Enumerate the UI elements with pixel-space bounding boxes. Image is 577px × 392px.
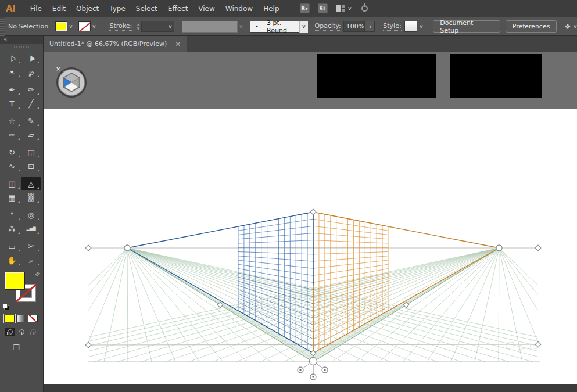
ground-extent-handle-right[interactable] (535, 341, 541, 347)
brush-chevron-icon[interactable]: ∨ (299, 21, 308, 33)
draw-inside-button[interactable] (28, 328, 38, 336)
direct-selection-tool[interactable]: ▶ (21, 51, 41, 65)
pencil-tool[interactable]: ✏ (2, 128, 21, 142)
style-label[interactable]: Style: (383, 22, 401, 31)
tools-panel-grip[interactable] (14, 46, 29, 48)
lasso-tool[interactable]: ℘ (21, 65, 41, 79)
artboard-tool[interactable]: ▭ (2, 239, 21, 253)
document-setup-button[interactable]: Document Setup (433, 20, 500, 33)
scale-tool[interactable]: ◱ (21, 145, 41, 159)
menu-item-view[interactable]: View (193, 5, 220, 13)
right-vanishing-point-handle[interactable] (496, 245, 502, 251)
stroke-chevron-icon[interactable]: ∨ (91, 24, 98, 29)
curvature-tool[interactable]: ✑ (21, 82, 41, 96)
menu-item-edit[interactable]: Edit (47, 5, 71, 13)
style-swatch[interactable] (404, 21, 418, 32)
shape-builder-tool[interactable]: ◫ (2, 177, 21, 190)
opacity-expand-button[interactable]: › (365, 21, 375, 32)
gradient-button[interactable] (16, 315, 26, 322)
change-screen-mode-button[interactable]: ❐ (13, 343, 24, 352)
tools-panel: « ▷▶✶℘✒✑T╱☆✎✏▱↻◱∿⊡◫◬▦▒❜◎⁂▂▅▇▭✂✋⌕ ⇄ ❐ (0, 36, 44, 392)
control-panel-menu-icon[interactable]: ❖ (564, 23, 571, 31)
horizon-extent-handle-right[interactable] (535, 245, 541, 251)
menu-item-file[interactable]: File (25, 5, 47, 13)
width-tool[interactable]: ∿ (2, 159, 21, 173)
opacity-label[interactable]: Opacity: (315, 22, 341, 31)
swap-fill-stroke-icon[interactable]: ⇄ (33, 270, 41, 278)
gradient-tool[interactable]: ▒ (21, 190, 41, 204)
menu-item-type[interactable]: Type (104, 5, 131, 13)
stroke-weight-dropdown[interactable]: ∨ (141, 21, 174, 32)
cs-live-power-icon[interactable] (361, 5, 368, 12)
shape-tool[interactable]: ☆ (2, 114, 21, 128)
rotate-tool[interactable]: ↻ (2, 145, 21, 159)
menu-item-select[interactable]: Select (131, 5, 163, 13)
type-tool[interactable]: T (2, 96, 21, 110)
grid-apex-handle[interactable] (310, 209, 316, 215)
none-button[interactable] (28, 315, 38, 322)
variable-width-profile-dropdown[interactable] (182, 21, 238, 33)
draw-normal-icon (8, 329, 13, 335)
zoom-tool[interactable]: ⌕ (21, 253, 41, 267)
profile-chevron-icon[interactable]: ∨ (238, 24, 245, 29)
ground-extent-handle-left[interactable] (85, 342, 91, 348)
slice-tool[interactable]: ✂ (21, 239, 41, 253)
opacity-field[interactable]: 100% (343, 21, 365, 32)
fill-color-swatch[interactable] (55, 21, 67, 31)
mesh-tool[interactable]: ▦ (2, 190, 21, 204)
stroke-weight-label[interactable]: Stroke: (109, 22, 132, 31)
menu-item-effect[interactable]: Effect (163, 5, 193, 13)
perspective-grid-tool-icon: ◬ (28, 180, 34, 188)
control-panel-chevron-icon[interactable]: ∨ (573, 24, 577, 29)
rotate-tool-icon: ↻ (9, 149, 15, 156)
menu-item-object[interactable]: Object (71, 5, 104, 13)
draw-behind-button[interactable] (16, 328, 27, 336)
draw-behind-icon (19, 329, 24, 335)
color-button[interactable] (5, 315, 15, 322)
ground-target-dot (312, 376, 314, 377)
fill-swatch[interactable] (5, 272, 25, 290)
perspective-grid-tool[interactable]: ◬ (21, 177, 41, 190)
paintbrush-tool[interactable]: ✎ (21, 114, 41, 128)
bridge-button[interactable]: Br (300, 3, 310, 13)
wall-transversal (313, 240, 388, 243)
collapse-panel-icon[interactable]: « (3, 36, 8, 42)
document-tab[interactable]: Untitled-1* @ 66.67% (RGB/Preview) × (44, 36, 187, 52)
stock-button[interactable]: St (318, 3, 328, 13)
menu-item-help[interactable]: Help (258, 5, 284, 13)
tab-close-icon[interactable]: × (175, 41, 181, 48)
line-segment-tool[interactable]: ╱ (21, 96, 41, 110)
preferences-button[interactable]: Preferences (506, 20, 557, 33)
blend-tool[interactable]: ◎ (21, 208, 41, 222)
left-vanishing-point-handle[interactable] (124, 245, 130, 251)
style-chevron-icon[interactable]: ∨ (417, 24, 425, 29)
magic-wand-tool[interactable]: ✶ (2, 65, 21, 79)
stroke-color-swatch[interactable] (78, 21, 91, 31)
free-transform-tool[interactable]: ⊡ (21, 159, 41, 173)
pen-tool[interactable]: ✒ (2, 82, 21, 96)
right-plane-bottom-edge (313, 248, 499, 353)
station-point-handle[interactable] (310, 358, 317, 365)
selection-tool[interactable]: ▷ (2, 51, 21, 65)
tools-panel-header[interactable]: « (0, 36, 43, 44)
canvas[interactable]: × (44, 52, 577, 392)
panel-grip[interactable] (0, 17, 5, 36)
menu-bar-right: Br St ∨ (300, 3, 368, 13)
eraser-tool[interactable]: ▱ (21, 128, 41, 142)
stroke-weight-stepper[interactable]: ∧∨ (137, 23, 139, 30)
menu-item-window[interactable]: Window (220, 5, 258, 13)
column-graph-tool[interactable]: ▂▅▇ (21, 222, 41, 236)
workspace-switcher[interactable]: ∨ (336, 5, 352, 12)
draw-normal-button[interactable] (5, 328, 15, 336)
default-fill-stroke-icon[interactable] (2, 304, 9, 310)
hand-tool[interactable]: ✋ (2, 253, 21, 267)
fill-chevron-icon[interactable]: ∨ (67, 24, 75, 29)
horizon-extent-handle-left[interactable] (85, 245, 91, 251)
eyedropper-tool[interactable]: ❜ (2, 208, 21, 222)
brush-definition-dropdown[interactable]: • 3 pt. Round (250, 21, 299, 33)
symbol-sprayer-tool[interactable]: ⁂ (2, 222, 21, 236)
illustrator-window: Ai FileEditObjectTypeSelectEffectViewWin… (0, 0, 577, 392)
wall-transversal (313, 252, 388, 254)
floor-ray (499, 248, 570, 362)
hand-tool-icon: ✋ (7, 257, 16, 264)
